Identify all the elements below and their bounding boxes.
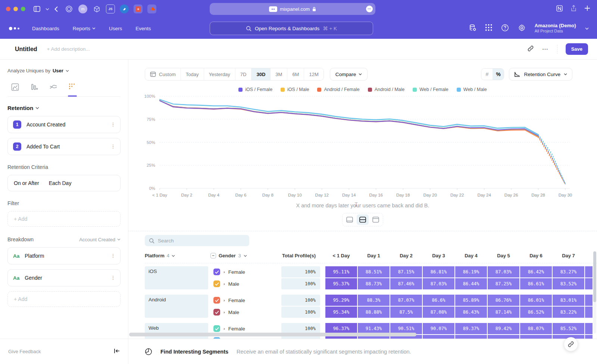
range-button-3m[interactable]: 3M bbox=[271, 68, 287, 80]
table-only-view-button[interactable] bbox=[370, 214, 382, 225]
retention-value-cell[interactable]: 83.22% bbox=[553, 307, 584, 318]
extension-cube-icon[interactable] bbox=[92, 4, 101, 13]
series-checkbox[interactable] bbox=[213, 325, 220, 332]
find-segments-bar[interactable]: Find Interesting Segments Receive an ema… bbox=[128, 339, 597, 364]
retention-value-cell[interactable]: 87.25% bbox=[488, 278, 519, 289]
series-checkbox[interactable] bbox=[213, 280, 220, 287]
notion-icon[interactable] bbox=[556, 5, 563, 13]
window-close-button[interactable] bbox=[6, 7, 10, 11]
day-column-header[interactable]: Day 2 bbox=[390, 253, 422, 258]
percent-unit-button[interactable]: % bbox=[493, 69, 504, 80]
range-button-yesterday[interactable]: Yesterday bbox=[204, 68, 235, 80]
criteria-interval[interactable]: Each Day bbox=[49, 180, 72, 186]
expand-chevron-icon[interactable]: › bbox=[224, 310, 225, 314]
retention-value-cell[interactable]: 87.03% bbox=[423, 278, 454, 289]
save-button[interactable]: Save bbox=[566, 43, 588, 55]
settings-gear-icon[interactable] bbox=[518, 24, 526, 33]
analyze-uniques-row[interactable]: Analyze Uniques by User bbox=[7, 68, 121, 73]
extension-js-icon[interactable]: JS bbox=[106, 4, 115, 13]
share-link-fab[interactable] bbox=[564, 337, 578, 351]
day-column-header[interactable]: Day 1 bbox=[358, 253, 390, 258]
nav-events[interactable]: Events bbox=[135, 26, 151, 31]
copy-link-icon[interactable] bbox=[527, 45, 534, 53]
kebab-menu-icon[interactable]: ⋮ bbox=[110, 124, 116, 125]
day-column-header[interactable]: Day 6 bbox=[520, 253, 552, 258]
chevron-down-icon[interactable] bbox=[46, 8, 49, 10]
day-column-header[interactable]: Day 4 bbox=[455, 253, 487, 258]
compare-button[interactable]: Compare bbox=[330, 68, 368, 81]
retention-value-cell[interactable]: 95.34% bbox=[325, 307, 357, 318]
retention-value-cell[interactable]: 86.19% bbox=[455, 266, 487, 277]
retention-criteria-card[interactable]: On or After Each Day bbox=[7, 175, 121, 191]
retention-value-cell[interactable]: 86.61% bbox=[520, 278, 552, 289]
retention-value-cell[interactable]: 86.01% bbox=[520, 295, 552, 306]
retention-value-cell[interactable]: 87.03% bbox=[488, 266, 519, 277]
retention-value-cell[interactable]: 88.73% bbox=[358, 278, 390, 289]
retention-value-cell[interactable]: 88.88% bbox=[358, 307, 390, 318]
retention-step-card[interactable]: 2 Added To Cart ⋮ bbox=[7, 138, 121, 155]
legend-item[interactable]: Web / Male bbox=[457, 87, 487, 92]
retention-value-cell[interactable]: 86.52% bbox=[520, 307, 552, 318]
browser-sidebar-icon[interactable] bbox=[34, 6, 40, 12]
tab-line-chart-icon[interactable] bbox=[10, 80, 21, 96]
retention-value-cell[interactable]: 86.44% bbox=[455, 278, 487, 289]
extension-bird-icon[interactable] bbox=[120, 4, 129, 13]
range-button-today[interactable]: Today bbox=[181, 68, 204, 80]
legend-item[interactable]: Web / Female bbox=[413, 87, 448, 92]
retention-value-cell[interactable]: 87.07% bbox=[390, 295, 422, 306]
extension-target-icon[interactable] bbox=[65, 4, 74, 13]
table-search-input[interactable]: Search bbox=[145, 235, 249, 246]
series-checkbox[interactable] bbox=[213, 269, 220, 275]
extension-avatar-icon[interactable]: m bbox=[78, 4, 87, 13]
chart-only-view-button[interactable] bbox=[344, 214, 356, 225]
expand-chevron-icon[interactable]: › bbox=[224, 298, 225, 302]
extension-red-app-icon[interactable] bbox=[134, 4, 143, 13]
retention-step-card[interactable]: 1 Account Created ⋮ bbox=[7, 116, 121, 133]
retention-value-cell[interactable]: 88.51% bbox=[358, 266, 390, 277]
retention-value-cell[interactable]: 87.46% bbox=[390, 278, 422, 289]
horizontal-scrollbar[interactable] bbox=[129, 333, 573, 336]
series-checkbox[interactable] bbox=[213, 337, 220, 339]
back-button[interactable] bbox=[54, 6, 58, 12]
retention-value-cell[interactable]: 87.5% bbox=[390, 307, 422, 318]
retention-value-cell[interactable]: 83.27% bbox=[553, 266, 584, 277]
kebab-menu-icon[interactable]: ⋮ bbox=[110, 277, 116, 279]
gender-column-header[interactable]: − Gender 3 bbox=[210, 253, 281, 258]
help-icon[interactable] bbox=[501, 24, 509, 33]
retention-value-cell[interactable]: 86.43% bbox=[455, 307, 487, 318]
apps-grid-icon[interactable] bbox=[485, 24, 492, 32]
kebab-menu-icon[interactable]: ⋮ bbox=[110, 255, 116, 257]
breakdown-card-platform[interactable]: Aa Platform ⋮ bbox=[7, 247, 121, 264]
breakdown-scope-dropdown[interactable]: Account Created bbox=[79, 237, 121, 242]
legend-item[interactable]: iOS / Male bbox=[281, 87, 309, 92]
data-management-icon[interactable] bbox=[469, 24, 476, 33]
range-button-12m[interactable]: 12M bbox=[304, 68, 323, 80]
find-segments-title[interactable]: Find Interesting Segments bbox=[160, 349, 228, 355]
retention-value-cell[interactable]: 86.81% bbox=[423, 266, 454, 277]
platform-column-header[interactable]: Platform 4 bbox=[145, 253, 210, 258]
legend-item[interactable]: iOS / Female bbox=[238, 87, 272, 92]
retention-value-cell[interactable]: 86.6% bbox=[423, 295, 454, 306]
tab-bar-chart-icon[interactable] bbox=[29, 80, 40, 96]
extension-soundcloud-icon[interactable] bbox=[147, 4, 156, 13]
add-description[interactable]: + Add description... bbox=[47, 46, 90, 52]
absolute-unit-button[interactable]: # bbox=[481, 69, 493, 80]
retention-value-cell[interactable]: 85.89% bbox=[455, 295, 487, 306]
give-feedback-link[interactable]: Give Feedback bbox=[8, 349, 41, 354]
criteria-mode[interactable]: On or After bbox=[14, 180, 39, 186]
share-icon[interactable] bbox=[571, 5, 577, 13]
chart-type-dropdown[interactable]: Retention Curve bbox=[509, 68, 572, 81]
retention-value-cell[interactable]: 95.29% bbox=[325, 295, 357, 306]
day-column-header[interactable]: Day 5 bbox=[488, 253, 519, 258]
url-more-icon[interactable]: ⋯ bbox=[366, 6, 373, 12]
total-profiles-header[interactable]: Total Profile(s) bbox=[281, 253, 320, 258]
nav-reports[interactable]: Reports bbox=[73, 26, 96, 31]
expand-chevron-icon[interactable]: › bbox=[224, 282, 225, 286]
address-bar[interactable]: mixpanel.com ⋯ bbox=[210, 3, 375, 15]
day-column-header[interactable]: Day 7 bbox=[553, 253, 584, 258]
nav-dashboards[interactable]: Dashboards bbox=[32, 26, 59, 31]
new-tab-icon[interactable] bbox=[584, 5, 590, 13]
filter-add-button[interactable]: + Add bbox=[7, 211, 121, 227]
vscroll-thumb[interactable] bbox=[593, 251, 596, 302]
retention-value-cell[interactable]: 86.42% bbox=[520, 266, 552, 277]
